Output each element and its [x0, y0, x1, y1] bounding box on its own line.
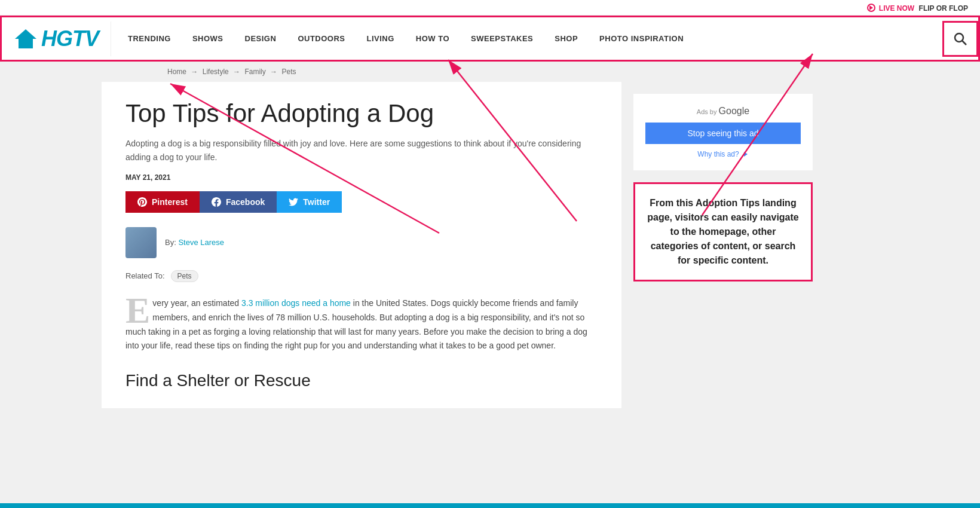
nav-shows[interactable]: SHOWS: [182, 17, 234, 60]
main-wrapper: Top Tips for Adopting a Dog Adopting a d…: [0, 82, 980, 408]
search-icon: [953, 32, 967, 46]
house-icon: [14, 28, 38, 50]
google-label: Google: [719, 106, 750, 116]
sidebar: Ads by Google Stop seeing this ad Why th…: [621, 82, 813, 408]
related-label: Related To:: [125, 271, 165, 280]
show-name: FLIP OR FLOP: [919, 4, 968, 13]
nav-outdoors[interactable]: OUTDOORS: [287, 17, 356, 60]
svg-marker-4: [744, 152, 748, 157]
nav-living[interactable]: LIVING: [356, 17, 405, 60]
why-ad-icon: [742, 151, 749, 158]
facebook-icon: [212, 197, 221, 207]
bottom-bar: [0, 503, 980, 508]
why-ad-link[interactable]: Why this ad?: [697, 150, 748, 158]
breadcrumb-pets[interactable]: Pets: [281, 68, 296, 76]
article-body: E very year, an estimated 3.3 million do…: [125, 296, 598, 353]
breadcrumb-lifestyle[interactable]: Lifestyle: [203, 68, 229, 76]
author-name-link[interactable]: Steve Larese: [178, 238, 224, 247]
logo-area: HGTV: [2, 22, 111, 56]
article-title: Top Tips for Adopting a Dog: [125, 100, 598, 127]
author-label: By: Steve Larese: [165, 238, 224, 247]
pinterest-icon: [137, 197, 147, 207]
related-row: Related To: Pets: [125, 270, 598, 282]
svg-line-3: [963, 41, 967, 45]
stop-ad-button[interactable]: Stop seeing this ad: [645, 123, 801, 144]
nav-howto[interactable]: HOW TO: [405, 17, 460, 60]
social-buttons: Pinterest Facebook Twitter: [125, 191, 598, 213]
svg-point-2: [955, 33, 963, 42]
facebook-button[interactable]: Facebook: [200, 191, 277, 213]
ad-label: Ads by Google: [697, 106, 749, 117]
facebook-label: Facebook: [226, 197, 265, 207]
main-nav: TRENDING SHOWS DESIGN OUTDOORS LIVING HO…: [111, 17, 942, 60]
logo-text: HGTV: [41, 26, 99, 51]
breadcrumb: Home → Lifestyle → Family → Pets: [0, 62, 980, 82]
body-link[interactable]: 3.3 million dogs need a home: [241, 298, 351, 308]
play-icon: [867, 4, 875, 12]
nav-trending[interactable]: TRENDING: [117, 17, 182, 60]
annotation-box: From this Adoption Tips landing page, vi…: [633, 182, 813, 281]
nav-sweepstakes[interactable]: SWEEPSTAKES: [460, 17, 544, 60]
live-bar: LIVE NOW FLIP OR FLOP: [0, 0, 980, 16]
header: HGTV TRENDING SHOWS DESIGN OUTDOORS LIVI…: [0, 16, 980, 62]
twitter-icon: [289, 197, 298, 207]
breadcrumb-home[interactable]: Home: [167, 68, 186, 76]
related-tag-pets[interactable]: Pets: [171, 270, 198, 282]
body-text-before: very year, an estimated: [152, 298, 241, 308]
pinterest-label: Pinterest: [152, 197, 188, 207]
breadcrumb-family[interactable]: Family: [244, 68, 265, 76]
author-row: By: Steve Larese: [125, 227, 598, 258]
nav-design[interactable]: DESIGN: [234, 17, 287, 60]
content-area: Top Tips for Adopting a Dog Adopting a d…: [102, 82, 621, 408]
search-button[interactable]: [942, 21, 978, 57]
svg-rect-1: [23, 42, 28, 48]
nav-shop[interactable]: SHOP: [544, 17, 589, 60]
ad-box: Ads by Google Stop seeing this ad Why th…: [633, 94, 813, 170]
annotation-text: From this Adoption Tips landing page, vi…: [647, 198, 798, 265]
twitter-label: Twitter: [303, 197, 330, 207]
twitter-button[interactable]: Twitter: [277, 191, 342, 213]
pinterest-button[interactable]: Pinterest: [125, 191, 200, 213]
live-now-label: LIVE NOW: [879, 4, 914, 13]
author-avatar: [125, 227, 157, 258]
article-intro: Adopting a dog is a big responsibility f…: [125, 137, 598, 164]
nav-photo-inspiration[interactable]: PHOTO INSPIRATION: [589, 17, 694, 60]
section-title: Find a Shelter or Rescue: [125, 371, 598, 390]
article-date: May 21, 2021: [125, 173, 598, 182]
drop-cap: E: [125, 296, 150, 325]
hgtv-logo[interactable]: HGTV: [14, 26, 99, 51]
